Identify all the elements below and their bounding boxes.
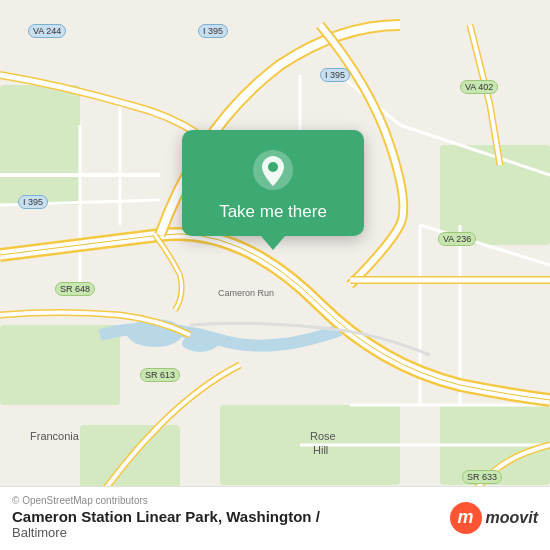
road-label-va244: VA 244 — [28, 24, 66, 38]
take-me-there-button[interactable]: Take me there — [219, 202, 327, 222]
moovit-logo-icon: m — [450, 502, 482, 534]
svg-rect-0 — [0, 85, 80, 205]
popup-card[interactable]: Take me there — [182, 130, 364, 236]
attribution-text: © OpenStreetMap contributors — [12, 495, 320, 506]
map-container: Franconia Rose Hill VA 244 I 395 I 395 V… — [0, 0, 550, 550]
svg-rect-3 — [440, 145, 550, 245]
svg-text:Franconia: Franconia — [30, 430, 80, 442]
road-label-i395-top-right: I 395 — [320, 68, 350, 82]
location-subtitle: Baltimore — [12, 525, 320, 540]
moovit-logo-text: moovit — [486, 509, 538, 527]
bottom-bar-info: © OpenStreetMap contributors Cameron Sta… — [12, 495, 320, 540]
road-label-sr648: SR 648 — [55, 282, 95, 296]
location-pin-icon — [251, 148, 295, 192]
svg-text:Rose: Rose — [310, 430, 336, 442]
bottom-bar: © OpenStreetMap contributors Cameron Sta… — [0, 486, 550, 550]
svg-text:Hill: Hill — [313, 444, 328, 456]
road-label-va236: VA 236 — [438, 232, 476, 246]
road-label-cameron-run: Cameron Run — [218, 288, 274, 298]
location-title: Cameron Station Linear Park, Washington … — [12, 508, 320, 525]
moovit-logo: m moovit — [450, 502, 538, 534]
svg-point-24 — [268, 162, 278, 172]
road-label-va402: VA 402 — [460, 80, 498, 94]
road-label-sr633: SR 633 — [462, 470, 502, 484]
road-label-sr613: SR 613 — [140, 368, 180, 382]
road-label-i395-mid: I 395 — [18, 195, 48, 209]
road-label-i395-top-left: I 395 — [198, 24, 228, 38]
